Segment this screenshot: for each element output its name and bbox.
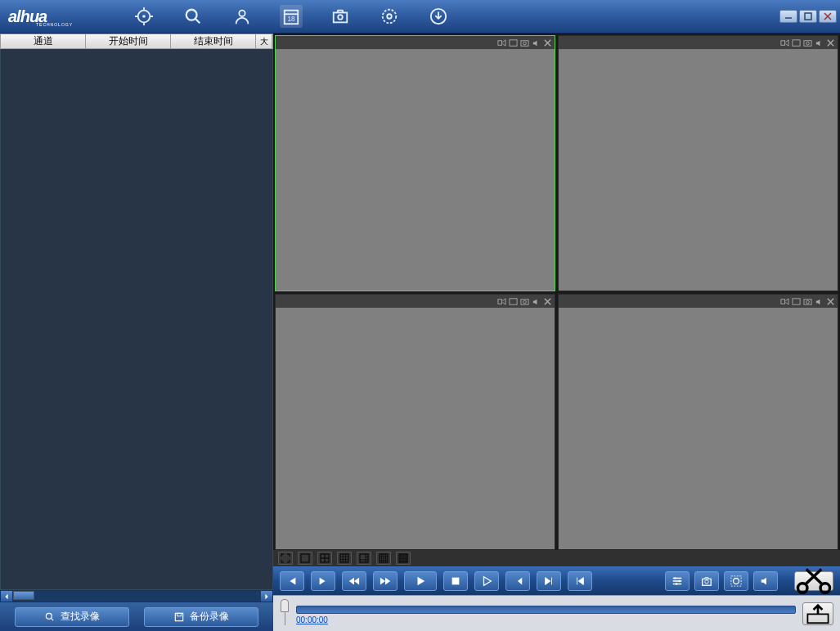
nav-search-icon[interactable]: [182, 5, 204, 28]
cell-audio-icon[interactable]: [531, 296, 541, 307]
cell-stream-icon[interactable]: [779, 296, 790, 307]
nav-download-icon[interactable]: [427, 5, 450, 28]
nav-calendar-icon[interactable]: 18: [280, 5, 303, 28]
cell-snapshot-icon[interactable]: [519, 296, 530, 307]
cell-audio-icon[interactable]: [814, 296, 824, 307]
cell-toolbar: [559, 295, 838, 308]
layout-4x4-icon[interactable]: [376, 552, 391, 565]
stop-button[interactable]: [443, 571, 468, 591]
layout-2x2-icon[interactable]: [317, 552, 332, 565]
video-content[interactable]: [276, 308, 555, 549]
svg-point-9: [387, 14, 392, 19]
cell-stream-icon[interactable]: [496, 38, 507, 48]
cell-audio-icon[interactable]: [531, 38, 541, 48]
cell-audio-icon[interactable]: [814, 38, 824, 48]
frameback-button[interactable]: [537, 571, 561, 591]
maximize-button[interactable]: [799, 10, 817, 23]
scroll-right-icon[interactable]: [261, 591, 272, 602]
svg-rect-36: [399, 554, 407, 562]
prev-button[interactable]: [280, 571, 304, 591]
video-cell-2[interactable]: [558, 35, 838, 291]
frameforward-button[interactable]: [568, 571, 592, 591]
nav-location-icon[interactable]: [231, 5, 254, 28]
timeline-export-button[interactable]: [802, 602, 833, 625]
rewind-button[interactable]: [342, 571, 366, 591]
search-record-label: 查找录像: [61, 610, 100, 624]
layout-more-icon[interactable]: [396, 552, 411, 565]
svg-point-26: [523, 300, 527, 304]
svg-point-18: [523, 42, 527, 45]
minimize-button[interactable]: [779, 10, 797, 23]
col-end-time[interactable]: 结束时间: [171, 34, 256, 48]
cell-close-icon[interactable]: [542, 38, 553, 48]
col-start-time[interactable]: 开始时间: [86, 34, 171, 48]
col-size[interactable]: 大: [256, 34, 272, 48]
cell-snapshot-icon[interactable]: [519, 38, 530, 48]
timeline-track[interactable]: [296, 606, 796, 614]
svg-rect-28: [793, 298, 800, 304]
cell-snapshot-icon[interactable]: [802, 38, 813, 48]
nav-settings-icon[interactable]: [378, 5, 401, 28]
title-bar: alhua 18: [0, 0, 840, 34]
slowplay-button[interactable]: [474, 571, 499, 591]
layout-fullscreen-icon[interactable]: [278, 552, 293, 565]
cell-snapshot-icon[interactable]: [802, 296, 813, 307]
timeline-marker[interactable]: [280, 599, 290, 625]
timeline-track-wrap: 00:00:00: [296, 599, 796, 624]
svg-rect-44: [731, 575, 741, 585]
layout-3x3-icon[interactable]: [337, 552, 352, 565]
cell-record-icon[interactable]: [508, 38, 519, 48]
cell-close-icon[interactable]: [825, 38, 836, 48]
fastforward-button[interactable]: [373, 571, 398, 591]
scroll-track[interactable]: [12, 591, 261, 602]
nav-target-icon[interactable]: [133, 5, 155, 28]
video-content[interactable]: [276, 49, 555, 291]
stepforward-button[interactable]: [505, 571, 530, 591]
cell-close-icon[interactable]: [825, 296, 836, 307]
svg-rect-19: [781, 40, 785, 45]
svg-point-2: [186, 10, 197, 20]
snapshot-button[interactable]: [694, 571, 719, 591]
svg-rect-43: [734, 578, 739, 584]
col-channel[interactable]: 通道: [1, 34, 86, 48]
cell-record-icon[interactable]: [508, 296, 519, 307]
scroll-left-icon[interactable]: [1, 591, 12, 602]
svg-point-1: [142, 15, 146, 18]
layout-1x1-icon[interactable]: [298, 552, 312, 565]
adjust-button[interactable]: [665, 571, 690, 591]
nav-snapshot-icon[interactable]: [329, 5, 352, 28]
close-button[interactable]: [819, 10, 837, 23]
cell-stream-icon[interactable]: [496, 296, 507, 307]
video-content[interactable]: [559, 308, 838, 549]
layout-1big-icon[interactable]: [357, 552, 371, 565]
cell-stream-icon[interactable]: [779, 38, 790, 48]
cell-close-icon[interactable]: [542, 296, 553, 307]
svg-rect-27: [781, 299, 785, 304]
video-cell-4[interactable]: [558, 294, 838, 550]
video-cell-1[interactable]: [275, 35, 555, 291]
video-grid: [273, 34, 840, 550]
cell-record-icon[interactable]: [791, 38, 802, 48]
sidebar-buttons: 查找录像 备份录像: [0, 602, 273, 631]
scroll-thumb[interactable]: [13, 591, 34, 600]
svg-point-7: [338, 15, 343, 20]
svg-rect-15: [498, 40, 502, 45]
svg-rect-33: [340, 554, 348, 562]
backup-record-button[interactable]: 备份录像: [144, 607, 258, 627]
svg-text:18: 18: [287, 16, 295, 23]
cell-record-icon[interactable]: [791, 296, 802, 307]
volume-button[interactable]: [753, 571, 778, 591]
cell-toolbar: [276, 295, 555, 308]
sidebar-hscroll[interactable]: [0, 590, 273, 602]
record-list[interactable]: [0, 49, 273, 590]
clip-button[interactable]: [794, 571, 833, 591]
search-record-button[interactable]: 查找录像: [15, 607, 129, 627]
video-content[interactable]: [559, 49, 838, 291]
next-button[interactable]: [311, 571, 335, 591]
sidebar: 通道 开始时间 结束时间 大 查找录像 备份录像: [0, 34, 273, 631]
video-cell-3[interactable]: [275, 294, 555, 550]
zoom-button[interactable]: [724, 571, 748, 591]
svg-rect-13: [175, 613, 182, 620]
disk-icon: [173, 611, 185, 623]
play-button[interactable]: [404, 571, 437, 591]
